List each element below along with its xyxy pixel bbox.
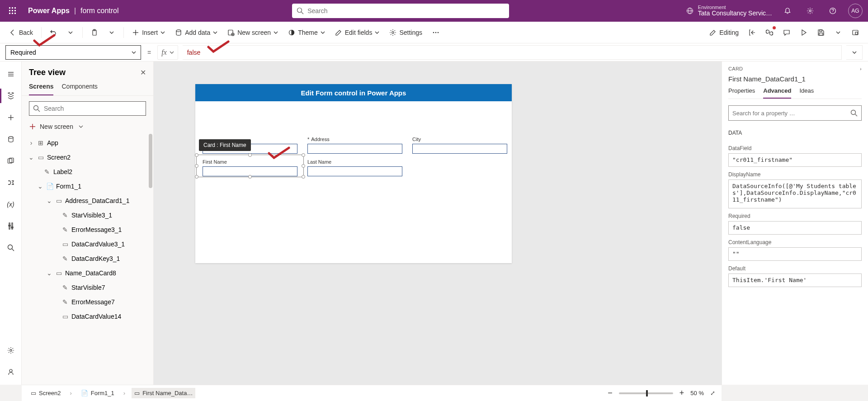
- field-address[interactable]: *Address: [307, 137, 402, 154]
- tree-item-errormsg7[interactable]: ✎ErrorMessage7: [22, 295, 153, 309]
- fit-to-screen-button[interactable]: ⤢: [710, 390, 715, 396]
- field-last-name[interactable]: Last Name: [307, 159, 402, 176]
- tab-screens[interactable]: Screens: [29, 83, 53, 95]
- zoom-out-button[interactable]: −: [608, 388, 613, 398]
- paste-button[interactable]: [87, 25, 102, 40]
- rail-insert-icon[interactable]: [2, 109, 20, 127]
- input-city[interactable]: [412, 144, 507, 154]
- tree-item-screen2[interactable]: ⌄▭Screen2: [22, 150, 153, 165]
- global-search-input[interactable]: [307, 7, 505, 14]
- prop-tab-properties[interactable]: Properties: [728, 87, 755, 99]
- back-button[interactable]: Back: [5, 26, 37, 39]
- settings-button[interactable]: Settings: [386, 26, 426, 39]
- edit-fields-button[interactable]: Edit fields: [331, 26, 383, 39]
- tree-item-address-card[interactable]: ⌄▭Address_DataCard1_1: [22, 193, 153, 208]
- tree-scrollbar[interactable]: [149, 134, 152, 188]
- settings-icon[interactable]: [803, 4, 817, 18]
- prop-expand-icon[interactable]: ›: [860, 66, 862, 71]
- input-default[interactable]: ThisItem.'First Name': [728, 274, 862, 287]
- rail-tree-view-icon[interactable]: [2, 87, 20, 105]
- tree-item-form1[interactable]: ⌄📄Form1_1: [22, 179, 153, 193]
- undo-button[interactable]: [46, 25, 61, 40]
- formula-expand-button[interactable]: [846, 45, 863, 60]
- property-dropdown[interactable]: Required: [5, 45, 141, 60]
- tree-search[interactable]: [29, 101, 146, 116]
- svg-point-56: [851, 110, 856, 115]
- notifications-icon[interactable]: [780, 4, 795, 18]
- input-contentlanguage[interactable]: "": [728, 247, 862, 261]
- prop-search-input[interactable]: [732, 110, 847, 117]
- tree-item-starvisible3[interactable]: ✎StarVisible3_1: [22, 208, 153, 222]
- rail-search-icon[interactable]: [2, 239, 20, 257]
- field-city[interactable]: City: [412, 137, 507, 154]
- user-avatar[interactable]: AG: [848, 4, 863, 18]
- tree-item-datacardvalue3[interactable]: ▭DataCardValue3_1: [22, 237, 153, 251]
- form-title-label: Edit Form control in Power Apps: [195, 84, 512, 101]
- prop-tab-ideas[interactable]: Ideas: [799, 87, 814, 99]
- input-datafield[interactable]: "cr011_firstname": [728, 153, 862, 167]
- new-screen-button[interactable]: New screen: [224, 26, 282, 39]
- app-checker-button[interactable]: [762, 25, 777, 40]
- insert-button[interactable]: Insert: [128, 26, 169, 39]
- overflow-button[interactable]: [429, 25, 443, 40]
- tree-search-input[interactable]: [44, 105, 142, 112]
- breadcrumb-card[interactable]: ▭First Name_Data…: [132, 388, 195, 398]
- svg-point-14: [809, 10, 811, 12]
- save-button[interactable]: [814, 25, 828, 40]
- tree-item-app[interactable]: ›⊞App: [22, 136, 153, 150]
- prop-search[interactable]: [728, 105, 862, 121]
- fx-button[interactable]: fx: [157, 45, 178, 60]
- waffle-icon[interactable]: [5, 4, 20, 18]
- svg-line-53: [38, 110, 40, 112]
- comments-button[interactable]: [779, 25, 794, 40]
- rail-hamburger-icon[interactable]: [2, 65, 20, 83]
- rail-ask-icon[interactable]: [2, 363, 20, 381]
- input-last-name[interactable]: [307, 166, 402, 176]
- tree-item-datacardkey3[interactable]: ✎DataCardKey3_1: [22, 251, 153, 266]
- publish-button[interactable]: [848, 25, 863, 40]
- tree-item-datacardvalue14[interactable]: ▭DataCardValue14: [22, 309, 153, 324]
- play-button[interactable]: [797, 25, 811, 40]
- tree-item-errormsg3[interactable]: ✎ErrorMessage3_1: [22, 222, 153, 237]
- prop-tab-advanced[interactable]: Advanced: [763, 87, 791, 99]
- tree-item-label2[interactable]: ✎Label2: [22, 165, 153, 179]
- undo-chevron[interactable]: [63, 25, 78, 40]
- svg-point-27: [433, 32, 434, 33]
- rail-settings-icon[interactable]: [2, 341, 20, 359]
- rail-data-icon[interactable]: [2, 130, 20, 148]
- rail-media-icon[interactable]: [2, 152, 20, 170]
- theme-button[interactable]: Theme: [284, 26, 329, 39]
- breadcrumb-screen[interactable]: ▭Screen2: [28, 388, 63, 398]
- rail-variables-icon[interactable]: (x): [2, 195, 20, 213]
- canvas[interactable]: Edit Form control in Power Apps *Address…: [154, 61, 722, 385]
- add-data-button[interactable]: Add data: [171, 26, 221, 39]
- editing-mode-button[interactable]: Editing: [706, 26, 742, 39]
- svg-rect-6: [9, 13, 10, 14]
- tab-components[interactable]: Components: [61, 83, 97, 95]
- global-search[interactable]: [292, 4, 509, 18]
- zoom-in-button[interactable]: +: [679, 388, 684, 398]
- zoom-slider[interactable]: [619, 392, 673, 394]
- search-icon: [297, 7, 304, 14]
- share-button[interactable]: [745, 25, 760, 40]
- help-icon[interactable]: [826, 4, 840, 18]
- input-address[interactable]: [307, 144, 402, 154]
- input-required[interactable]: false: [728, 221, 862, 235]
- paste-chevron[interactable]: [104, 25, 119, 40]
- tree-close-icon[interactable]: ✕: [140, 68, 146, 77]
- tree-new-screen-button[interactable]: New screen: [22, 119, 153, 134]
- input-displayname[interactable]: DataSourceInfo([@'My Students tables'],D…: [728, 179, 862, 208]
- svg-rect-32: [820, 30, 822, 32]
- svg-point-50: [9, 349, 11, 351]
- env-name: Tata Consultancy Servic…: [698, 10, 772, 17]
- formula-input[interactable]: false: [183, 45, 842, 60]
- rail-tools-icon[interactable]: [2, 217, 20, 235]
- rail-flows-icon[interactable]: [2, 174, 20, 192]
- save-chevron[interactable]: [831, 25, 845, 40]
- tree-item-starvisible7[interactable]: ✎StarVisible7: [22, 280, 153, 295]
- breadcrumb-form[interactable]: 📄Form1_1: [78, 388, 117, 398]
- tree-item-name-card[interactable]: ⌄▭Name_DataCard8: [22, 266, 153, 280]
- property-dropdown-value: Required: [10, 49, 36, 56]
- environment-picker[interactable]: Environment Tata Consultancy Servic…: [686, 5, 772, 17]
- artboard[interactable]: Edit Form control in Power Apps *Address…: [195, 84, 512, 263]
